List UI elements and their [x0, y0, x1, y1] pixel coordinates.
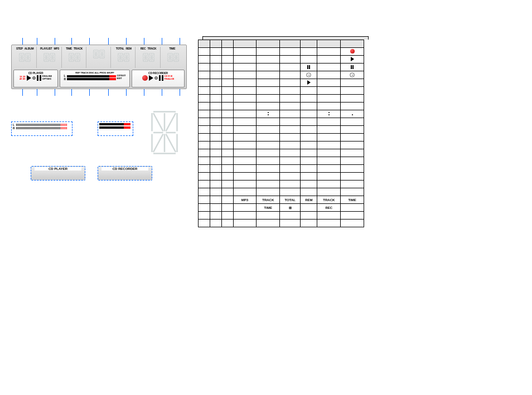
grid-cell — [233, 188, 257, 196]
grid-cell — [341, 126, 364, 134]
grid-cell — [257, 48, 280, 56]
record-icon[interactable] — [142, 75, 148, 81]
grid-cell — [233, 40, 257, 48]
grid-cell — [221, 173, 233, 181]
cd-recorder-control[interactable]: CD RECORDER CD R W FINALIZE — [132, 70, 185, 87]
grid-cell — [199, 126, 210, 134]
grid-cell — [210, 188, 221, 196]
play-icon[interactable] — [149, 75, 153, 81]
grid-cell — [199, 56, 210, 64]
grid-cell — [221, 40, 233, 48]
cd-player-control[interactable]: CD PLAYER 1X 2X 4X 8X DIG/LINE OPT/MIC — [13, 70, 58, 87]
grid-cell — [280, 149, 301, 157]
detached-level-meter-small — [98, 121, 133, 136]
grid-cell — [233, 103, 257, 110]
pause-icon[interactable] — [37, 75, 41, 81]
grid-cell — [257, 188, 280, 196]
grid-cell — [317, 79, 341, 87]
grid-cell — [221, 95, 233, 103]
grid-cell: ⊞ — [280, 204, 301, 212]
grid-cell — [301, 71, 317, 79]
grid-cell — [301, 126, 317, 134]
grid-cell — [317, 181, 341, 188]
grid-cell — [210, 110, 221, 118]
grid-cell — [210, 79, 221, 87]
grid-cell — [221, 149, 233, 157]
table-row — [199, 79, 364, 87]
segment-digit — [43, 50, 49, 65]
grid-cell — [233, 134, 257, 142]
grid-cell — [199, 165, 210, 173]
grid-cell — [199, 181, 210, 188]
segment-character-large — [151, 110, 178, 153]
grid-cell — [280, 181, 301, 188]
segment-digit — [124, 50, 129, 65]
grid-cell — [221, 142, 233, 149]
grid-cell — [341, 48, 364, 56]
grid-cell — [210, 220, 221, 227]
grid-cell — [317, 118, 341, 126]
segment-digit — [19, 50, 25, 65]
grid-cell — [210, 95, 221, 103]
grid-cell — [257, 95, 280, 103]
grid-cell — [221, 181, 233, 188]
grid-cell — [233, 64, 257, 71]
pause-icon[interactable] — [159, 75, 163, 81]
grid-cell — [341, 204, 364, 212]
grid-cell — [233, 118, 257, 126]
pause-icon — [351, 65, 354, 69]
grid-cell — [317, 149, 341, 157]
grid-cell — [257, 157, 280, 165]
table-row — [199, 95, 364, 103]
grid-cell — [199, 196, 210, 204]
grid-cell — [221, 204, 233, 212]
grid-cell — [233, 95, 257, 103]
grid-cell — [301, 64, 317, 71]
grid-cell — [341, 95, 364, 103]
grid-cell — [221, 103, 233, 110]
table-row — [199, 212, 364, 220]
table-row — [199, 126, 364, 134]
grid-cell — [257, 87, 280, 95]
grid-cell — [341, 212, 364, 220]
grid-cell: TIME — [257, 204, 280, 212]
disc-icon — [306, 72, 311, 77]
grid-cell: TIME — [341, 196, 364, 204]
grid-cell — [301, 149, 317, 157]
grid-cell — [221, 196, 233, 204]
grid-cell — [257, 64, 280, 71]
grid-cell — [341, 71, 364, 79]
table-row — [199, 64, 364, 71]
grid-cell — [199, 157, 210, 165]
grid-cell — [341, 181, 364, 188]
segment-digit — [99, 47, 105, 61]
grid-cell — [280, 142, 301, 149]
grid-cell — [301, 40, 317, 48]
grid-cell — [341, 103, 364, 110]
grid-cell — [257, 212, 280, 220]
table-row — [199, 165, 364, 173]
grid-cell — [199, 173, 210, 181]
play-icon[interactable] — [27, 75, 31, 81]
grid-cell — [317, 71, 341, 79]
disc-icon — [154, 76, 158, 80]
grid-cell — [341, 173, 364, 181]
table-row — [199, 220, 364, 227]
grid-cell — [301, 103, 317, 110]
grid-cell — [341, 87, 364, 95]
grid-cell — [221, 220, 233, 227]
grid-cell — [199, 95, 210, 103]
grid-cell — [210, 149, 221, 157]
segment-digit — [69, 50, 74, 65]
grid-cell — [301, 188, 317, 196]
detached-cd-recorder-box[interactable]: CD RECORDER — [98, 166, 152, 181]
grid-cell — [210, 126, 221, 134]
detached-cd-player-box[interactable]: CD PLAYER — [31, 166, 85, 181]
grid-cell — [210, 157, 221, 165]
grid-cell — [210, 181, 221, 188]
segment-digit — [75, 50, 80, 65]
grid-cell — [317, 142, 341, 149]
grid-cell — [301, 56, 317, 64]
grid-cell — [199, 134, 210, 142]
grid-cell — [341, 165, 364, 173]
